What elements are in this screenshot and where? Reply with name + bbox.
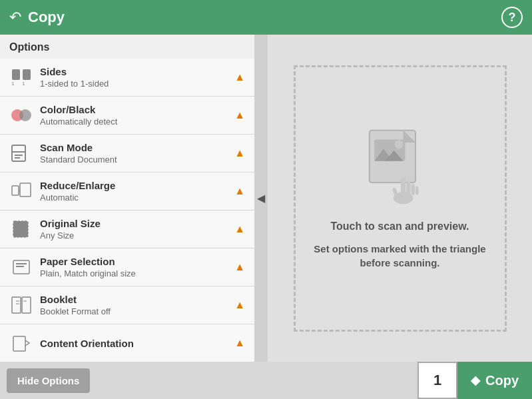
option-icon-scan-mode: [9, 141, 33, 165]
svg-rect-15: [16, 263, 27, 264]
option-item-content-orientation[interactable]: Content Orientation ▲: [0, 324, 254, 362]
svg-rect-13: [13, 221, 28, 237]
preview-sub-text: Set options marked with the triangle bef…: [309, 242, 491, 270]
svg-rect-6: [12, 145, 25, 161]
option-name-sides: Sides: [40, 66, 245, 77]
triangle-indicator-paper-selection: ▲: [234, 261, 245, 273]
option-icon-color-black: [9, 103, 33, 127]
option-icon-paper-selection: [9, 255, 33, 279]
hide-options-button[interactable]: Hide Options: [7, 368, 90, 393]
svg-rect-10: [12, 186, 19, 195]
svg-rect-17: [12, 297, 21, 313]
option-name-paper-selection: Paper Selection: [40, 256, 245, 267]
header: ↶ Copy ?: [0, 0, 532, 35]
back-icon[interactable]: ↶: [9, 9, 21, 26]
left-panel: Options 11 Sides 1-sided to 1-sided ▲ Co…: [0, 35, 254, 362]
triangle-indicator-sides: ▲: [234, 71, 245, 83]
svg-rect-16: [16, 266, 24, 267]
preview-box[interactable]: Touch to scan and preview. Set options m…: [294, 65, 507, 332]
scroll-arrow[interactable]: ◀: [254, 35, 268, 362]
page-title: Copy: [28, 9, 65, 26]
svg-rect-33: [415, 186, 419, 195]
triangle-indicator-original-size: ▲: [234, 223, 245, 235]
left-chevron-icon: ◀: [257, 192, 265, 204]
triangle-indicator-reduce-enlarge: ▲: [234, 185, 245, 197]
svg-rect-11: [20, 183, 31, 197]
svg-rect-18: [22, 297, 31, 313]
options-list: 11 Sides 1-sided to 1-sided ▲ Color/Blac…: [0, 59, 254, 362]
svg-rect-34: [392, 187, 398, 197]
option-name-reduce-enlarge: Reduce/Enlarge: [40, 180, 245, 191]
triangle-indicator-color-black: ▲: [234, 109, 245, 121]
option-value-booklet: Booklet Format off: [40, 306, 245, 316]
option-icon-sides: 11: [9, 65, 33, 89]
svg-rect-0: [12, 69, 20, 80]
option-icon-content-orientation: [9, 331, 33, 355]
svg-rect-30: [400, 177, 405, 195]
copy-count: 1: [417, 362, 457, 399]
option-icon-booklet: [9, 293, 33, 317]
right-panel: Touch to scan and preview. Set options m…: [268, 35, 532, 362]
svg-text:1: 1: [11, 81, 15, 87]
triangle-indicator-booklet: ▲: [234, 299, 245, 311]
option-name-color-black: Color/Black: [40, 104, 245, 115]
option-item-reduce-enlarge[interactable]: Reduce/Enlarge Automatic ▲: [0, 173, 254, 210]
option-value-scan-mode: Standard Document: [40, 155, 245, 165]
preview-main-text: Touch to scan and preview.: [330, 220, 469, 232]
footer: Hide Options 1 ◆ Copy: [0, 362, 532, 399]
option-item-original-size[interactable]: Original Size Any Size ▲: [0, 210, 254, 248]
svg-rect-22: [13, 336, 25, 351]
option-name-scan-mode: Scan Mode: [40, 142, 245, 153]
svg-rect-2: [23, 69, 31, 80]
copy-button[interactable]: ◆ Copy: [457, 362, 532, 399]
option-value-reduce-enlarge: Automatic: [40, 193, 245, 202]
option-item-booklet[interactable]: Booklet Booklet Format off ▲: [0, 286, 254, 324]
svg-rect-9: [15, 157, 20, 159]
svg-point-28: [394, 140, 403, 149]
option-item-color-black[interactable]: Color/Black Automatically detect ▲: [0, 97, 254, 135]
copy-button-label: Copy: [485, 373, 519, 388]
copy-diamond-icon: ◆: [471, 373, 480, 388]
main-content: Options 11 Sides 1-sided to 1-sided ▲ Co…: [0, 35, 532, 362]
triangle-indicator-scan-mode: ▲: [234, 147, 245, 159]
svg-rect-32: [411, 183, 415, 195]
option-item-paper-selection[interactable]: Paper Selection Plain, Match original si…: [0, 248, 254, 286]
option-icon-reduce-enlarge: [9, 179, 33, 203]
help-icon[interactable]: ?: [501, 7, 523, 28]
option-value-original-size: Any Size: [40, 230, 245, 240]
option-name-booklet: Booklet: [40, 294, 245, 305]
triangle-indicator-content-orientation: ▲: [234, 337, 245, 349]
option-value-color-black: Automatically detect: [40, 117, 245, 127]
footer-right: 1 ◆ Copy: [417, 362, 532, 399]
preview-scan-icon: [360, 127, 440, 207]
svg-rect-31: [406, 181, 410, 195]
svg-rect-8: [15, 155, 23, 156]
svg-point-5: [19, 109, 31, 121]
option-value-paper-selection: Plain, Match original size: [40, 268, 245, 278]
option-icon-original-size: [9, 217, 33, 241]
option-name-original-size: Original Size: [40, 218, 245, 229]
option-value-sides: 1-sided to 1-sided: [40, 79, 245, 89]
option-name-content-orientation: Content Orientation: [40, 338, 245, 349]
option-item-scan-mode[interactable]: Scan Mode Standard Document ▲: [0, 135, 254, 173]
option-item-sides[interactable]: 11 Sides 1-sided to 1-sided ▲: [0, 59, 254, 97]
options-header: Options: [0, 35, 254, 59]
svg-text:1: 1: [22, 81, 25, 87]
